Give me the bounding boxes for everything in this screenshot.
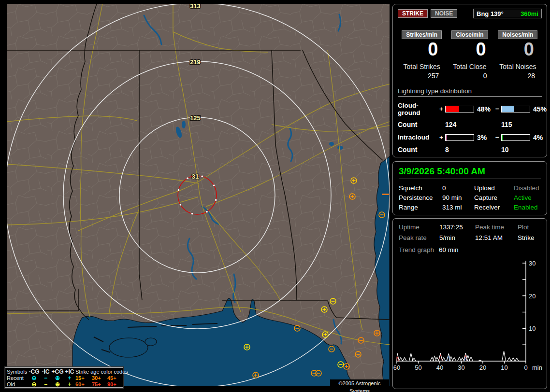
y-tick-10: 10 — [529, 325, 536, 332]
uptime-label: Uptime — [399, 224, 439, 231]
noise-toggle-button[interactable]: NOISE — [431, 9, 457, 18]
trend-graph-label: Trend graph — [399, 246, 434, 253]
ic-negative-pct: 4% — [530, 134, 543, 141]
trend-series-strikes-total — [397, 351, 526, 361]
age-90: 90+ — [107, 381, 122, 387]
cg-positive-pct: 48% — [474, 105, 495, 113]
noises-per-min-value: 0 — [494, 40, 542, 59]
x-tick-20: 20 — [479, 364, 486, 371]
legend-row-recent: Recent — [7, 375, 28, 381]
intracloud-row: Intracloud + 3% − 4% — [398, 134, 542, 141]
map-area[interactable]: 31321912531 — [7, 4, 390, 386]
squelch-label: Squelch — [399, 184, 442, 192]
neg-cg-recent-icon: ⊖ — [28, 375, 40, 381]
intracloud-label: Intracloud — [398, 134, 439, 141]
current-datetime: 3/9/2026 5:40:00 AM — [399, 165, 541, 179]
time-settings-panel: 3/9/2026 5:40:00 AM Squelch 0 Upload Dis… — [392, 161, 547, 215]
pos-ic-recent-icon: + — [64, 375, 75, 381]
trend-graph: 1020306050403020100min — [393, 219, 547, 389]
receiver-label: Receiver — [474, 204, 514, 211]
distribution-title: Lightning type distribution — [398, 87, 542, 97]
total-close-value: 0 — [446, 72, 493, 80]
capture-label: Capture — [474, 194, 514, 201]
x-tick-50: 50 — [415, 364, 421, 371]
offscreen-strike-edge-marker — [382, 194, 389, 195]
pos-cg-recent-icon: ⊕ — [51, 375, 64, 381]
ring-label-313: 313 — [190, 4, 201, 10]
neg-cg-old-icon: ⊖ — [28, 381, 40, 387]
x-tick-60: 60 — [393, 364, 400, 371]
total-noises-value: 28 — [494, 72, 542, 80]
close-per-min-value: 0 — [446, 40, 493, 59]
copyright-notice: ©2005 Astrogenic Systems — [330, 379, 389, 387]
persistence-label: Persistence — [399, 194, 442, 201]
cg-negative-count: 115 — [501, 121, 542, 128]
receiver-status: Enabled — [514, 204, 541, 211]
count-label: Count — [398, 121, 445, 128]
cg-negative-bar — [501, 106, 530, 112]
plot-mode-value: Strike — [518, 234, 541, 241]
trend-series-negative-cg — [446, 356, 468, 361]
ic-positive-bar — [445, 134, 474, 141]
pos-cg-old-icon: ⊕ — [51, 381, 64, 387]
ic-positive-count: 8 — [445, 146, 501, 154]
strike-toggle-button[interactable]: STRIKE — [398, 9, 428, 18]
legend-col-pos-ic: +IC — [64, 369, 75, 375]
x-tick-0: 0 — [524, 364, 527, 371]
x-axis-unit: min — [532, 364, 542, 371]
age-75: 75+ — [92, 381, 107, 387]
y-tick-20: 20 — [529, 293, 536, 300]
strikes-per-min-button[interactable]: Strikes/min — [402, 30, 442, 39]
close-counter-column: Close/min 0 Total Close 0 — [446, 30, 493, 80]
cg-positive-count: 124 — [445, 121, 501, 128]
legend-symbols-header: Symbols — [7, 369, 28, 375]
legend-row-old: Old — [7, 381, 28, 387]
stats-panel: STRIKE NOISE Bng 139° 360mi Strikes/min … — [392, 4, 547, 157]
upload-status: Disabled — [514, 184, 541, 192]
noises-per-min-button[interactable]: Noises/min — [498, 30, 537, 39]
cloud-ground-row: Cloud-ground + 48% − 45% — [398, 102, 542, 116]
count-label: Count — [398, 146, 445, 154]
range-label: Range — [399, 204, 442, 211]
total-close-label: Total Close — [446, 63, 493, 70]
bearing-range-readout: Bng 139° 360mi — [473, 9, 542, 18]
peak-time-label: Peak time — [475, 224, 518, 231]
strikes-per-min-value: 0 — [398, 40, 446, 59]
x-tick-30: 30 — [458, 364, 464, 371]
cg-negative-pct: 45% — [530, 105, 547, 113]
bearing-value: Bng 139° — [477, 10, 504, 17]
cloud-ground-label: Cloud-ground — [398, 102, 439, 116]
plot-label: Plot — [518, 224, 541, 231]
persistence-value: 90 min — [442, 194, 474, 201]
map-legend: Symbols -CG -IC +CG +IC Strike age color… — [5, 367, 123, 388]
trend-series-positive-cg — [397, 354, 467, 361]
ic-negative-bar — [501, 134, 530, 141]
cloud-ground-count-row: Count 124 115 — [398, 121, 542, 128]
uptime-value: 1337:25 — [439, 224, 475, 231]
ring-label-219: 219 — [190, 58, 201, 66]
ring-label-31: 31 — [192, 173, 199, 180]
x-tick-10: 10 — [501, 364, 507, 371]
squelch-value: 0 — [442, 184, 474, 192]
minus-sign: − — [495, 105, 501, 112]
radar-map[interactable]: 31321912531 — [7, 4, 390, 386]
ring-label-125: 125 — [190, 114, 201, 122]
age-45: 45+ — [107, 375, 122, 381]
range-setting-value: 313 mi — [442, 204, 474, 211]
cg-positive-bar — [445, 106, 474, 112]
trend-graph-window: 60 min — [439, 246, 459, 253]
plus-sign: + — [439, 134, 445, 141]
x-tick-40: 40 — [436, 364, 443, 371]
legend-col-neg-ic: -IC — [40, 369, 51, 375]
noises-counter-column: Noises/min 0 Total Noises 28 — [494, 30, 542, 80]
age-60: 60+ — [75, 381, 92, 387]
age-15: 15+ — [75, 375, 92, 381]
strikes-counter-column: Strikes/min 0 Total Strikes 257 — [398, 30, 446, 80]
ic-positive-pct: 3% — [474, 134, 495, 141]
close-per-min-button[interactable]: Close/min — [451, 30, 488, 39]
age-30: 30+ — [92, 375, 107, 381]
legend-col-pos-cg: +CG — [51, 369, 64, 375]
minus-sign: − — [495, 134, 501, 141]
neg-ic-recent-icon: − — [40, 375, 51, 381]
intracloud-count-row: Count 8 10 — [398, 146, 542, 154]
